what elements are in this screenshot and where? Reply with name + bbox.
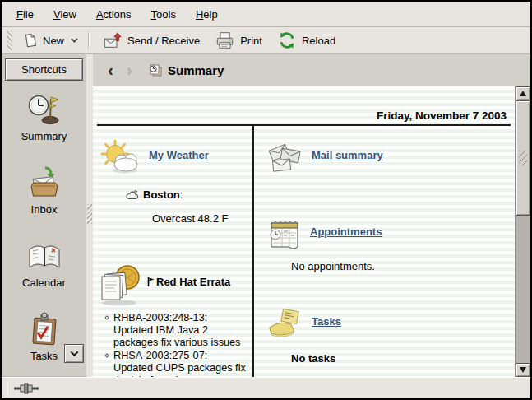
right-column: Mail summary Appointments No appointment… [254, 126, 515, 377]
thumb-grip-icon [519, 151, 527, 165]
statusbar [2, 377, 530, 398]
bullet-icon [104, 353, 109, 358]
date-heading: Friday, November 7 2003 [93, 109, 515, 122]
tasks-link[interactable]: Tasks [312, 315, 341, 328]
tasks-icon [26, 311, 62, 347]
content-wrap: Friday, November 7 2003 My Weather [93, 86, 530, 377]
appointments-icon [266, 216, 302, 252]
summary-page-icon [147, 63, 163, 78]
errata-icon [98, 263, 144, 307]
errata-title: Red Hat Errata [156, 276, 230, 288]
left-column: My Weather Boston: Overcast 48.2 F [93, 126, 252, 377]
menu-tools-label: Tools [151, 8, 176, 21]
sidebar-item-inbox-label: Inbox [31, 203, 58, 216]
appointments-link[interactable]: Appointments [310, 226, 382, 238]
new-document-icon [23, 33, 38, 48]
body-row: Shortcuts Summary Inbox Calendar [2, 54, 530, 377]
arrow-up-icon [520, 91, 526, 96]
toolbar-separator [88, 31, 90, 49]
pane-resize-handle[interactable] [86, 54, 93, 377]
summary-icon [26, 91, 62, 128]
menu-tools[interactable]: Tools [141, 2, 186, 26]
page-title: Summary [168, 63, 224, 77]
sidebar-item-inbox[interactable]: Inbox [2, 165, 86, 216]
reload-icon [277, 30, 297, 50]
menu-help[interactable]: Help [186, 2, 228, 26]
menubar: File View Actions Tools Help [2, 2, 530, 27]
tasks-section-icon [266, 305, 303, 342]
toolbar-grip[interactable] [7, 30, 12, 50]
chevron-down-icon [71, 35, 77, 42]
new-button[interactable]: New [16, 29, 83, 52]
print-button[interactable]: Print [207, 29, 270, 52]
arrow-down-icon [520, 367, 526, 373]
new-button-label: New [43, 35, 64, 47]
chevron-down-icon [70, 348, 78, 356]
toolbar: New Send / Receive Print Reload [2, 27, 530, 54]
print-button-label: Print [240, 35, 262, 47]
appointments-status: No appointments. [266, 260, 515, 272]
flag-marker-icon [147, 277, 155, 287]
send-receive-icon [102, 30, 123, 50]
menu-view-label: View [53, 8, 76, 21]
send-receive-button[interactable]: Send / Receive [95, 29, 207, 52]
errata-item[interactable]: RHBA-2003:248-13: Updated IBM Java 2 pac… [104, 312, 249, 349]
tasks-status: No tasks [266, 352, 515, 365]
reload-button[interactable]: Reload [270, 29, 343, 52]
view-header: ‹ › Summary [93, 54, 530, 86]
scrollbar-thumb[interactable] [516, 100, 530, 216]
mail-summary-icon [266, 139, 303, 177]
online-connector-icon[interactable] [13, 383, 43, 394]
menu-view[interactable]: View [44, 2, 86, 26]
send-receive-label: Send / Receive [127, 35, 200, 47]
sidebar-item-tasks-label: Tasks [30, 350, 58, 362]
reload-button-label: Reload [302, 35, 335, 47]
cloud-glyph-icon [126, 189, 140, 201]
menu-file[interactable]: File [7, 2, 44, 26]
weather-icon [98, 137, 142, 180]
scroll-down-button[interactable] [516, 363, 530, 377]
errata-item[interactable]: RHSA-2003:275-07: Updated CUPS packages … [104, 350, 249, 377]
evolution-window: File View Actions Tools Help New Send / … [0, 0, 532, 400]
summary-content: Friday, November 7 2003 My Weather [93, 86, 515, 377]
sidebar-item-calendar[interactable]: Calendar [2, 238, 86, 289]
menu-actions-label: Actions [96, 8, 132, 21]
sidebar-item-summary[interactable]: Summary [2, 91, 86, 142]
pane-grip-icon [87, 204, 92, 224]
mail-summary-link[interactable]: Mail summary [312, 149, 383, 161]
bullet-icon [104, 315, 109, 320]
sidebar-item-tasks[interactable]: Tasks [2, 311, 86, 362]
my-weather-link[interactable]: My Weather [149, 149, 209, 161]
sidebar-item-calendar-label: Calendar [22, 277, 66, 289]
weather-report: Overcast 48.2 F [98, 212, 249, 225]
weather-location-colon: : [180, 188, 183, 201]
printer-icon [215, 30, 235, 50]
menu-actions[interactable]: Actions [86, 2, 141, 26]
menu-file-label: File [16, 8, 34, 21]
shortcuts-group-button[interactable]: Shortcuts [5, 58, 83, 81]
calendar-icon [26, 238, 62, 274]
statusbar-grip [7, 382, 8, 395]
weather-location: Boston [143, 188, 180, 201]
main-pane: ‹ › Summary Friday, November 7 2003 [93, 54, 530, 377]
forward-button[interactable]: › [120, 62, 139, 78]
shortcut-dropdown-button[interactable] [64, 344, 84, 363]
errata-list: RHBA-2003:248-13: Updated IBM Java 2 pac… [98, 312, 249, 377]
sidebar-item-summary-label: Summary [21, 130, 67, 142]
scroll-up-button[interactable] [516, 86, 530, 100]
menu-help-label: Help [196, 8, 218, 21]
shortcuts-sidebar: Shortcuts Summary Inbox Calendar [2, 54, 86, 377]
inbox-icon [26, 165, 62, 201]
back-button[interactable]: ‹ [101, 62, 120, 78]
vertical-scrollbar[interactable] [515, 86, 530, 377]
